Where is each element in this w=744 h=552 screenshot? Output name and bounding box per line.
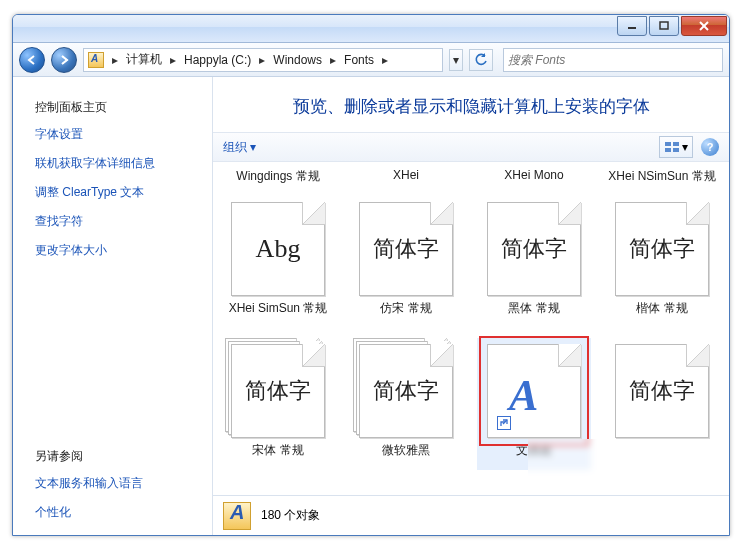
chevron-right-icon[interactable]: ▸ [108,50,122,70]
navbar: A ▸ 计算机 ▸ Happyla (C:) ▸ Windows ▸ Fonts… [13,43,729,77]
font-label: 楷体 常规 [605,300,719,328]
font-item[interactable]: 简体字宋体 常规 [221,338,335,470]
breadcrumb-seg[interactable]: Windows [269,53,326,67]
view-button[interactable]: ▾ [659,136,693,158]
organize-button[interactable]: 组织 ▾ [223,139,256,156]
sidebar: 控制面板主页 字体设置 联机获取字体详细信息 调整 ClearType 文本 查… [13,77,213,535]
refresh-button[interactable] [469,49,493,71]
svg-rect-6 [665,148,671,152]
search-box[interactable] [503,48,723,72]
chevron-right-icon[interactable]: ▸ [255,50,269,70]
font-item[interactable]: XHei简体字仿宋 常规 [349,168,463,328]
sidebar-link[interactable]: 字体设置 [35,120,198,149]
font-thumbnail[interactable]: A [487,344,581,438]
svg-rect-7 [673,148,679,152]
font-item[interactable]: Wingdings 常规AbgXHei SimSun 常规 [221,168,335,328]
font-item[interactable]: XHei Mono简体字黑体 常规 [477,168,591,328]
blur-overlay [528,439,728,495]
sidebar-header: 控制面板主页 [35,91,198,120]
folder-fonts-icon: A [223,502,251,530]
chevron-right-icon[interactable]: ▸ [166,50,180,70]
font-thumbnail[interactable]: 简体字 [359,344,453,438]
breadcrumb-seg[interactable]: 计算机 [122,51,166,68]
font-label: XHei Mono [477,168,591,196]
font-label: XHei [349,168,463,196]
sidebar-link[interactable]: 个性化 [35,498,198,527]
status-count: 180 个对象 [261,507,320,524]
explorer-window: A ▸ 计算机 ▸ Happyla (C:) ▸ Windows ▸ Fonts… [12,14,730,536]
svg-rect-4 [665,142,671,146]
font-item[interactable]: 简体字微软雅黑 [349,338,463,470]
svg-rect-1 [660,22,668,29]
forward-button[interactable] [51,47,77,73]
font-thumbnail[interactable]: 简体字 [615,202,709,296]
font-thumbnail[interactable]: Abg [231,202,325,296]
font-thumbnail[interactable]: 简体字 [487,202,581,296]
breadcrumb[interactable]: A ▸ 计算机 ▸ Happyla (C:) ▸ Windows ▸ Fonts… [83,48,443,72]
close-button[interactable] [681,16,727,36]
font-label: 宋体 常规 [221,442,335,470]
page-title: 预览、删除或者显示和隐藏计算机上安装的字体 [213,77,729,132]
sidebar-link[interactable]: 更改字体大小 [35,236,198,265]
shortcut-icon [497,416,511,430]
font-label: 微软雅黑 [349,442,463,470]
search-input[interactable] [508,53,718,67]
back-button[interactable] [19,47,45,73]
font-thumbnail[interactable]: 简体字 [231,344,325,438]
sidebar-link[interactable]: 文本服务和输入语言 [35,469,198,498]
font-thumbnail[interactable]: 简体字 [359,202,453,296]
statusbar: A 180 个对象 [213,495,729,535]
font-label: 黑体 常规 [477,300,591,328]
folder-fonts-icon: A [88,52,104,68]
font-label: 仿宋 常规 [349,300,463,328]
font-label: XHei SimSun 常规 [221,300,335,328]
breadcrumb-seg[interactable]: Happyla (C:) [180,53,255,67]
maximize-button[interactable] [649,16,679,36]
titlebar[interactable] [13,15,729,43]
sidebar-link[interactable]: 联机获取字体详细信息 [35,149,198,178]
seealso-header: 另请参阅 [35,440,198,469]
chevron-right-icon[interactable]: ▸ [326,50,340,70]
chevron-right-icon[interactable]: ▸ [378,50,392,70]
breadcrumb-seg[interactable]: Fonts [340,53,378,67]
sidebar-link[interactable]: 调整 ClearType 文本 [35,178,198,207]
toolbar: 组织 ▾ ▾ ? [213,132,729,162]
minimize-button[interactable] [617,16,647,36]
sidebar-link[interactable]: 查找字符 [35,207,198,236]
font-item[interactable]: XHei NSimSun 常规简体字楷体 常规 [605,168,719,328]
font-label: XHei NSimSun 常规 [605,168,719,196]
breadcrumb-dropdown[interactable]: ▾ [449,49,463,71]
help-icon[interactable]: ? [701,138,719,156]
font-thumbnail[interactable]: 简体字 [615,344,709,438]
svg-rect-5 [673,142,679,146]
font-label: Wingdings 常规 [221,168,335,196]
